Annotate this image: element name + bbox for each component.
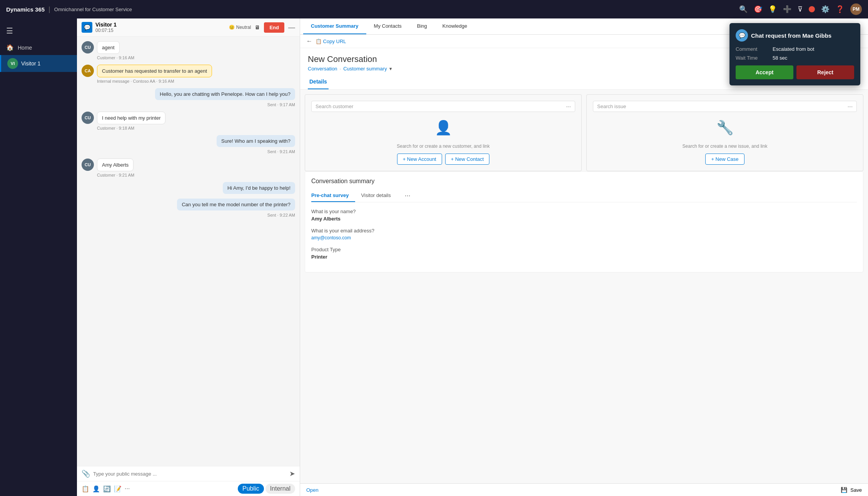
issue-search-input[interactable]: Search issue --- xyxy=(593,101,857,112)
table-row: CU agent Customer · 9:16 AM xyxy=(82,41,295,60)
customer-search-input[interactable]: Search customer --- xyxy=(311,101,575,112)
field-label: Product Type xyxy=(311,247,857,252)
field-label: What is your name? xyxy=(311,209,857,214)
message-bubble: I need help with my printer xyxy=(97,112,165,124)
table-row: Hi Amy, I'd be happy to help! xyxy=(82,182,295,194)
bottom-bar: Open 💾 Save xyxy=(300,483,868,496)
brand-divider: | xyxy=(48,5,50,13)
copy-url-link[interactable]: 📋 Copy URL xyxy=(315,38,346,44)
save-area: 💾 Save xyxy=(841,487,862,493)
sentiment-badge: 😐 Neutral xyxy=(229,25,251,30)
save-button[interactable]: Save xyxy=(850,487,862,493)
breadcrumb-link-2[interactable]: Customer summary xyxy=(343,66,387,72)
message-bubble: Sure! Who am I speaking with? xyxy=(217,135,295,147)
chat-input-row: 📎 ➤ xyxy=(77,466,300,481)
toolbar-btn-2[interactable]: 👤 xyxy=(92,485,100,493)
user-avatar[interactable]: PM xyxy=(850,3,862,15)
attach-button[interactable]: 📎 xyxy=(82,469,90,478)
settings-icon[interactable]: ⚙️ xyxy=(821,5,830,13)
message-bubble: Hi Amy, I'd be happy to help! xyxy=(223,182,295,194)
accept-button[interactable]: Accept xyxy=(736,65,793,79)
minimize-button[interactable]: — xyxy=(288,23,295,32)
target-icon[interactable]: 🎯 xyxy=(754,5,762,13)
search-section: Search customer --- 👤 Search for or crea… xyxy=(300,90,868,171)
field-value: Printer xyxy=(311,254,857,260)
table-row: CU Amy Alberts Customer · 9:21 AM xyxy=(82,159,295,177)
avatar: CU xyxy=(82,159,94,171)
chat-icon: 💬 xyxy=(82,22,92,33)
top-nav-icons: 🔍 🎯 💡 ➕ ⊽ ⚙️ ❓ PM xyxy=(739,3,862,15)
breadcrumb-link-1[interactable]: Conversation xyxy=(308,66,337,72)
chat-toolbar: 📋 👤 🔄 📝 ··· Public Internal xyxy=(77,481,300,496)
sidebar-item-visitor[interactable]: VI Visitor 1 xyxy=(0,55,77,72)
save-icon: 💾 xyxy=(841,487,847,493)
summary-field-email: What is your email address? amy@contoso.… xyxy=(311,228,857,240)
open-button[interactable]: Open xyxy=(306,487,319,493)
msg-meta: Sent · 9:17 AM xyxy=(267,102,295,107)
chat-header: 💬 Visitor 1 00:07:15 😐 Neutral 🖥 End — xyxy=(77,18,300,37)
mode-public-button[interactable]: Public xyxy=(238,484,264,494)
table-row: Sure! Who am I speaking with? Sent · 9:2… xyxy=(82,135,295,154)
toolbar-btn-1[interactable]: 📋 xyxy=(82,485,89,493)
breadcrumb-sep: · xyxy=(340,66,341,72)
new-account-button[interactable]: + New Account xyxy=(397,154,442,165)
visitor-badge: VI xyxy=(7,58,18,69)
chat-visitor-info: Visitor 1 00:07:15 xyxy=(95,22,117,33)
avatar: CU xyxy=(82,41,94,53)
search-icon[interactable]: 🔍 xyxy=(739,5,748,13)
breadcrumb-dropdown[interactable]: ▾ xyxy=(389,66,392,72)
reject-button[interactable]: Reject xyxy=(796,65,854,79)
notif-comment-value: Escalated from bot xyxy=(773,46,814,52)
summary-field-product: Product Type Printer xyxy=(311,247,857,260)
message-bubble: Customer has requested to transfer to an… xyxy=(97,65,212,77)
filter-icon[interactable]: ⊽ xyxy=(798,5,803,13)
table-row: Hello, you are chatting with Penelope. H… xyxy=(82,88,295,107)
notif-wait-value: 58 sec xyxy=(773,55,787,61)
tab-prechat[interactable]: Pre-chat survey xyxy=(311,189,355,202)
help-icon[interactable]: ❓ xyxy=(836,5,844,13)
tab-visitor[interactable]: Visitor details xyxy=(361,189,397,202)
summary-more[interactable]: ··· xyxy=(405,192,411,200)
lightbulb-icon[interactable]: 💡 xyxy=(768,5,777,13)
chat-header-left: 💬 Visitor 1 00:07:15 xyxy=(82,22,117,33)
back-button[interactable]: ← xyxy=(306,38,312,45)
tab-my-contacts[interactable]: My Contacts xyxy=(366,18,409,34)
msg-meta: Customer · 9:18 AM xyxy=(97,126,295,130)
tab-customer-summary[interactable]: Customer Summary xyxy=(303,18,366,34)
field-label: What is your email address? xyxy=(311,228,857,234)
send-button[interactable]: ➤ xyxy=(289,469,295,478)
toolbar-btn-5[interactable]: ··· xyxy=(125,485,130,492)
issue-action-buttons: + New Case xyxy=(705,154,744,165)
screen-icon[interactable]: 🖥 xyxy=(255,24,260,30)
right-panel-content: ← 📋 Copy URL New Conversation Conversati… xyxy=(300,35,868,483)
issue-empty-icon: 🔧 xyxy=(716,120,734,136)
chat-header-right: 😐 Neutral 🖥 End — xyxy=(229,22,295,33)
tab-knowledge[interactable]: Knowledge xyxy=(435,18,475,34)
brand-app: Omnichannel for Customer Service xyxy=(54,7,132,12)
avatar: CA xyxy=(82,65,94,77)
toolbar-btn-3[interactable]: 🔄 xyxy=(103,485,111,493)
add-icon[interactable]: ➕ xyxy=(783,5,791,13)
mode-internal-button[interactable]: Internal xyxy=(265,484,295,494)
new-case-button[interactable]: + New Case xyxy=(705,154,744,165)
chat-input[interactable] xyxy=(93,471,286,477)
new-contact-button[interactable]: + New Contact xyxy=(445,154,490,165)
msg-content: Customer has requested to transfer to an… xyxy=(97,65,295,84)
tab-bing[interactable]: Bing xyxy=(409,18,435,34)
notif-row-comment: Comment Escalated from bot xyxy=(736,46,854,52)
msg-meta: Customer · 9:21 AM xyxy=(97,173,295,177)
sentiment-label: Neutral xyxy=(236,25,251,30)
tab-details[interactable]: Details xyxy=(308,75,329,89)
chat-panel: 💬 Visitor 1 00:07:15 😐 Neutral 🖥 End — xyxy=(77,18,300,496)
neutral-icon: 😐 xyxy=(229,25,235,30)
message-bubble: Can you tell me the model number of the … xyxy=(177,199,295,210)
sidebar-item-home[interactable]: 🏠 Home xyxy=(0,40,77,55)
toolbar-btn-4[interactable]: 📝 xyxy=(114,485,122,493)
end-button[interactable]: End xyxy=(264,22,284,33)
status-dot[interactable] xyxy=(809,6,815,12)
avatar: CU xyxy=(82,112,94,124)
notif-row-wait: Wait Time 58 sec xyxy=(736,55,854,61)
notif-wait-label: Wait Time xyxy=(736,55,766,61)
sidebar-home-label: Home xyxy=(18,45,32,51)
hamburger-menu[interactable]: ☰ xyxy=(0,22,77,40)
